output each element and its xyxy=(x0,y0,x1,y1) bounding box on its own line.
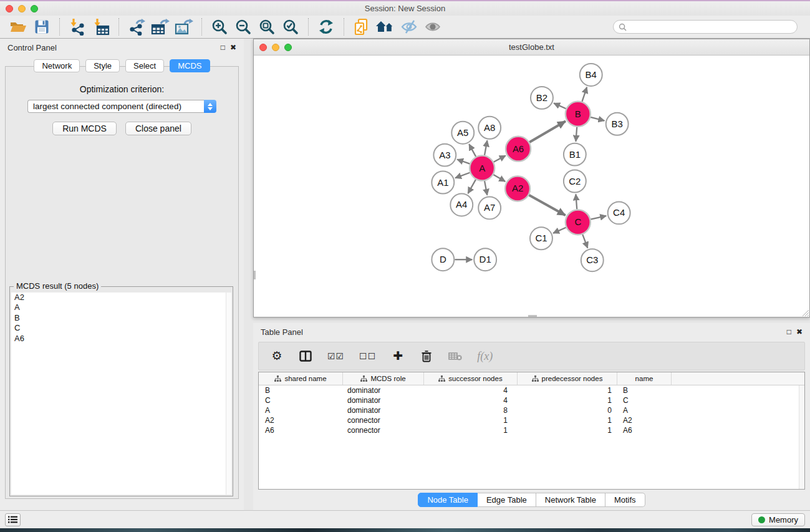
table-cell[interactable]: 1 xyxy=(424,415,518,425)
graph-edge-C-C2[interactable] xyxy=(576,194,577,209)
graph-edge-A-A8[interactable] xyxy=(485,140,487,155)
tab-select[interactable]: Select xyxy=(125,59,164,72)
graph-edge-A-A6[interactable] xyxy=(494,155,506,162)
table-cell[interactable]: 1 xyxy=(518,385,617,395)
graph-edge-A-A7[interactable] xyxy=(485,181,487,195)
table-row[interactable]: A6connector11A6 xyxy=(259,425,804,435)
result-item[interactable]: A xyxy=(11,302,231,312)
table-cell[interactable]: B xyxy=(617,385,672,395)
result-item[interactable]: A6 xyxy=(11,334,231,344)
network-window-titlebar[interactable]: testGlobe.txt xyxy=(254,39,809,56)
settings-gear-button[interactable]: ⚙ xyxy=(270,347,284,365)
save-session-button[interactable] xyxy=(31,17,52,36)
table-cell[interactable]: C xyxy=(259,395,343,405)
table-cell[interactable]: A xyxy=(259,405,343,415)
deselect-all-button[interactable]: ☐☐ xyxy=(359,347,376,365)
network-canvas[interactable]: B4B2BB3A8A5A6A3B1AA1C2A2A4A7C4CC1C3DD1 xyxy=(254,56,809,317)
add-column-button[interactable]: ✚ xyxy=(391,347,405,365)
table-cell[interactable]: 8 xyxy=(424,405,518,415)
table-cell[interactable]: A xyxy=(617,405,672,415)
refresh-layout-button[interactable] xyxy=(316,17,337,36)
column-header-MCDS-role[interactable]: MCDS role xyxy=(343,372,424,385)
graph-edge-A-A3[interactable] xyxy=(457,160,470,164)
graph-edge-C-C3[interactable] xyxy=(582,235,587,248)
resize-grip-icon[interactable] xyxy=(801,308,809,316)
close-panel-icon[interactable]: ✖ xyxy=(230,44,236,51)
network-documents-button[interactable] xyxy=(351,17,372,36)
zoom-out-button[interactable] xyxy=(233,17,254,36)
delete-column-button[interactable] xyxy=(420,347,433,365)
table-cell[interactable]: 1 xyxy=(424,425,518,435)
close-panel-icon[interactable]: ✖ xyxy=(796,328,803,336)
hide-panel-eye-button[interactable] xyxy=(398,17,420,36)
open-session-button[interactable] xyxy=(7,17,29,36)
table-cell[interactable]: dominator xyxy=(343,395,424,405)
table-cell[interactable]: connector xyxy=(343,425,424,435)
dropdown-stepper-icon[interactable] xyxy=(204,100,216,113)
graph-edge-B-B4[interactable] xyxy=(582,87,587,102)
table-cell[interactable]: dominator xyxy=(343,405,424,415)
column-header-name[interactable]: name xyxy=(617,372,672,385)
float-panel-icon[interactable]: □ xyxy=(221,44,225,51)
function-builder-button[interactable]: f(x) xyxy=(477,347,493,365)
delete-table-button[interactable] xyxy=(448,347,462,365)
result-scrollbar[interactable] xyxy=(226,293,231,495)
table-cell[interactable]: dominator xyxy=(343,385,424,395)
result-item[interactable]: C xyxy=(11,323,231,333)
export-network-button[interactable] xyxy=(126,17,147,36)
run-mcds-button[interactable]: Run MCDS xyxy=(52,122,117,135)
export-image-button[interactable] xyxy=(173,17,195,36)
column-header-successor-nodes[interactable]: successor nodes xyxy=(424,372,518,385)
import-network-button[interactable] xyxy=(67,17,88,36)
graph-edge-A-A2[interactable] xyxy=(493,175,505,181)
graph-edge-A-A4[interactable] xyxy=(468,180,475,193)
table-cell[interactable]: 1 xyxy=(518,425,617,435)
search-field[interactable] xyxy=(613,20,798,34)
graph-edge-A2-C[interactable] xyxy=(529,195,565,216)
close-panel-button[interactable]: Close panel xyxy=(125,122,191,135)
tab-node-table[interactable]: Node Table xyxy=(418,493,478,507)
table-cell[interactable]: A2 xyxy=(617,415,672,425)
split-panel-button[interactable] xyxy=(299,347,312,365)
table-scrollbar[interactable] xyxy=(799,385,804,489)
table-cell[interactable]: C xyxy=(617,395,672,405)
table-cell[interactable]: A6 xyxy=(259,425,343,435)
graph-edge-C-C4[interactable] xyxy=(591,216,606,220)
memory-button[interactable]: Memory xyxy=(751,513,805,526)
export-table-button[interactable] xyxy=(150,17,171,36)
result-item[interactable]: A2 xyxy=(11,293,231,302)
table-cell[interactable]: 4 xyxy=(424,385,518,395)
table-row[interactable]: Bdominator41B xyxy=(259,385,804,395)
tab-mcds[interactable]: MCDS xyxy=(170,59,210,72)
float-panel-icon[interactable]: □ xyxy=(787,328,791,336)
table-cell[interactable]: 1 xyxy=(518,415,617,425)
zoom-in-button[interactable] xyxy=(209,17,230,36)
graph-edge-A-A1[interactable] xyxy=(455,173,470,178)
table-cell[interactable]: B xyxy=(259,385,343,395)
zoom-fit-button[interactable] xyxy=(256,17,277,36)
tab-style[interactable]: Style xyxy=(85,59,120,72)
graph-edge-B-B2[interactable] xyxy=(554,103,566,109)
search-input[interactable] xyxy=(627,21,797,32)
criterion-dropdown[interactable]: largest connected component (directed) xyxy=(27,100,204,113)
table-cell[interactable]: 4 xyxy=(424,395,518,405)
tab-motifs[interactable]: Motifs xyxy=(605,493,645,507)
import-table-button[interactable] xyxy=(90,17,112,36)
zoom-selected-button[interactable] xyxy=(280,17,301,36)
tab-network-table[interactable]: Network Table xyxy=(536,493,605,507)
result-item[interactable]: B xyxy=(11,313,231,323)
column-header-predecessor-nodes[interactable]: predecessor nodes xyxy=(518,372,617,385)
graph-edge-A6-B[interactable] xyxy=(529,121,566,142)
select-all-button[interactable]: ☑☑ xyxy=(327,347,344,365)
home-overview-button[interactable] xyxy=(375,17,396,36)
graph-edge-C-C1[interactable] xyxy=(553,228,566,233)
tab-edge-table[interactable]: Edge Table xyxy=(478,493,536,507)
tab-network[interactable]: Network xyxy=(34,59,80,72)
show-panel-eye-button[interactable] xyxy=(422,17,443,36)
table-cell[interactable]: A2 xyxy=(259,415,343,425)
table-row[interactable]: Cdominator41C xyxy=(259,395,804,405)
table-cell[interactable]: 1 xyxy=(518,395,617,405)
task-history-button[interactable] xyxy=(5,513,21,526)
table-cell[interactable]: 0 xyxy=(518,405,617,415)
table-cell[interactable]: connector xyxy=(343,415,424,425)
